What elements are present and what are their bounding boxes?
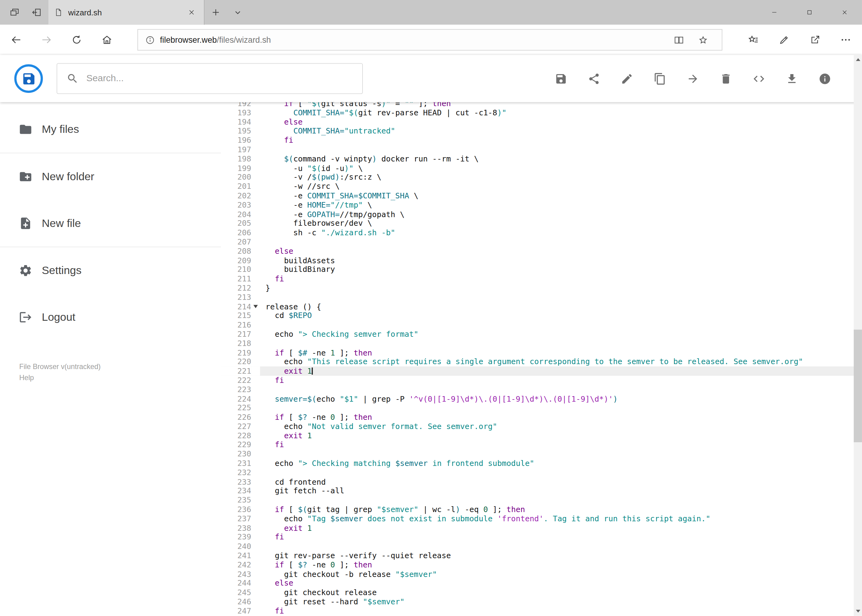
code-line[interactable]: 222 fi	[221, 376, 854, 385]
search-box[interactable]	[57, 63, 363, 94]
code-line[interactable]: 230	[221, 449, 854, 459]
code-line[interactable]: 224 semver=$(echo "$1" | grep -P '^v(0|[…	[221, 394, 854, 404]
sidebar-item-new-file[interactable]: New file	[0, 200, 221, 247]
page-scrollbar[interactable]	[854, 55, 862, 616]
code-editor[interactable]: 192 if [ "$(git status -s)" = "" ]; then…	[221, 102, 854, 616]
tabs-preview-button[interactable]	[3, 0, 25, 25]
code-line[interactable]: 228 exit 1	[221, 431, 854, 440]
help-link[interactable]: Help	[19, 372, 221, 383]
sidebar-item-logout[interactable]: Logout	[0, 294, 221, 341]
copy-button[interactable]	[649, 68, 671, 90]
code-line[interactable]: 211 fi	[221, 274, 854, 284]
code-line[interactable]: 247 fi	[221, 607, 854, 616]
code-line[interactable]: 239 fi	[221, 533, 854, 542]
code-line[interactable]: 209 buildAssets	[221, 256, 854, 265]
code-line[interactable]: 202 -e COMMIT_SHA=$COMMIT_SHA \	[221, 191, 854, 201]
rename-button[interactable]	[616, 68, 638, 90]
code-line[interactable]: 227 echo "Not valid semver format. See s…	[221, 422, 854, 431]
code-line[interactable]: 205 filebrowser/dev \	[221, 219, 854, 228]
browser-tab[interactable]: wizard.sh	[48, 0, 204, 25]
new-tab-button[interactable]	[205, 0, 227, 25]
code-line[interactable]: 245 git checkout release	[221, 588, 854, 597]
code-line[interactable]: 197	[221, 145, 854, 154]
scrollbar-thumb[interactable]	[854, 330, 862, 442]
home-button[interactable]	[92, 25, 122, 55]
code-line[interactable]: 241 git rev-parse --verify --quiet relea…	[221, 551, 854, 560]
code-line[interactable]: 223	[221, 385, 854, 394]
code-line[interactable]: 229 fi	[221, 440, 854, 449]
code-line[interactable]: 235	[221, 496, 854, 505]
code-line[interactable]: 246 git reset --hard "$semver"	[221, 597, 854, 607]
share-page-button[interactable]	[799, 25, 830, 55]
code-line[interactable]: 234 git fetch --all	[221, 487, 854, 496]
code-line[interactable]: 198 $(command -v winpty) docker run --rm…	[221, 154, 854, 163]
code-line[interactable]: 199 -u "$(id -u)" \	[221, 163, 854, 173]
code-line[interactable]: 193 COMMIT_SHA="$(git rev-parse HEAD | c…	[221, 108, 854, 118]
forward-button[interactable]	[32, 25, 61, 55]
site-info-icon[interactable]	[145, 35, 155, 45]
delete-button[interactable]	[715, 68, 736, 90]
code-line[interactable]: 214release () {	[221, 302, 854, 311]
code-line[interactable]: 210 buildBinary	[221, 265, 854, 274]
back-button[interactable]	[1, 25, 32, 55]
url-text[interactable]: filebrowser.web/files/wizard.sh	[160, 35, 271, 44]
code-line[interactable]: 195 COMMIT_SHA="untracked"	[221, 127, 854, 136]
share-button[interactable]	[583, 68, 604, 90]
sidebar-item-settings[interactable]: Settings	[0, 247, 221, 294]
close-window-button[interactable]	[827, 0, 862, 25]
refresh-button[interactable]	[61, 25, 92, 55]
code-view-button[interactable]	[747, 68, 769, 90]
set-tabs-aside-button[interactable]	[25, 0, 47, 25]
code-line[interactable]: 200 -v /$(pwd):/src:z \	[221, 173, 854, 182]
code-line[interactable]: 208 else	[221, 247, 854, 256]
code-line[interactable]: 204 -e GOPATH=//tmp/gopath \	[221, 210, 854, 219]
maximize-button[interactable]	[791, 0, 827, 25]
code-line[interactable]: 219 if [ $# -ne 1 ]; then	[221, 348, 854, 357]
reading-view-button[interactable]	[673, 35, 684, 46]
search-input[interactable]	[86, 73, 362, 84]
info-button[interactable]	[814, 68, 835, 90]
code-line[interactable]: 233 cd frontend	[221, 477, 854, 487]
code-line[interactable]: 215 cd $REPO	[221, 311, 854, 321]
code-line[interactable]: 240	[221, 542, 854, 551]
code-line[interactable]: 206 sh -c "./wizard.sh -b"	[221, 228, 854, 237]
code-line[interactable]: 212}	[221, 284, 854, 293]
address-bar[interactable]: filebrowser.web/files/wizard.sh	[137, 29, 723, 51]
fold-arrow-icon[interactable]	[253, 305, 258, 308]
code-line[interactable]: 244 else	[221, 579, 854, 588]
code-line[interactable]: 231 echo "> Checking matching $semver in…	[221, 459, 854, 468]
code-line[interactable]: 192 if [ "$(git status -s)" = "" ]; then	[221, 102, 854, 108]
code-line[interactable]: 237 echo "Tag $semver does not exist in …	[221, 514, 854, 523]
code-line[interactable]: 226 if [ $? -ne 0 ]; then	[221, 413, 854, 422]
scrollbar-down-arrow[interactable]	[854, 607, 862, 616]
code-line[interactable]: 201 -w //src \	[221, 182, 854, 191]
tab-close-icon[interactable]	[184, 5, 198, 19]
code-line[interactable]: 213	[221, 293, 854, 302]
sidebar-item-my-files[interactable]: My files	[0, 106, 221, 153]
code-line[interactable]: 243 git checkout -b release "$semver"	[221, 570, 854, 579]
code-line[interactable]: 203 -e HOME="//tmp" \	[221, 201, 854, 210]
code-line[interactable]: 236 if [ $(git tag | grep "$semver" | wc…	[221, 505, 854, 514]
code-line[interactable]: 218	[221, 339, 854, 348]
scrollbar-up-arrow[interactable]	[854, 55, 862, 64]
more-button[interactable]	[830, 25, 861, 55]
version-link[interactable]: File Browser v(untracked)	[19, 361, 221, 372]
hub-button[interactable]	[738, 25, 769, 55]
move-button[interactable]	[682, 68, 703, 90]
code-line[interactable]: 232	[221, 468, 854, 477]
code-line[interactable]: 194 else	[221, 118, 854, 127]
minimize-button[interactable]	[756, 0, 791, 25]
sidebar-item-new-folder[interactable]: New folder	[0, 153, 221, 200]
code-line[interactable]: 216	[221, 321, 854, 330]
save-button[interactable]	[550, 68, 572, 90]
download-button[interactable]	[781, 68, 803, 90]
code-line[interactable]: 207	[221, 237, 854, 247]
code-line[interactable]: 225	[221, 404, 854, 413]
web-note-button[interactable]	[769, 25, 799, 55]
code-line[interactable]: 221 exit 1	[221, 366, 854, 376]
code-line[interactable]: 196 fi	[221, 136, 854, 145]
code-line[interactable]: 238 exit 1	[221, 523, 854, 533]
tab-list-button[interactable]	[227, 0, 248, 25]
code-line[interactable]: 217 echo "> Checking semver format"	[221, 330, 854, 339]
code-line[interactable]: 220 echo "This release script requires a…	[221, 357, 854, 366]
